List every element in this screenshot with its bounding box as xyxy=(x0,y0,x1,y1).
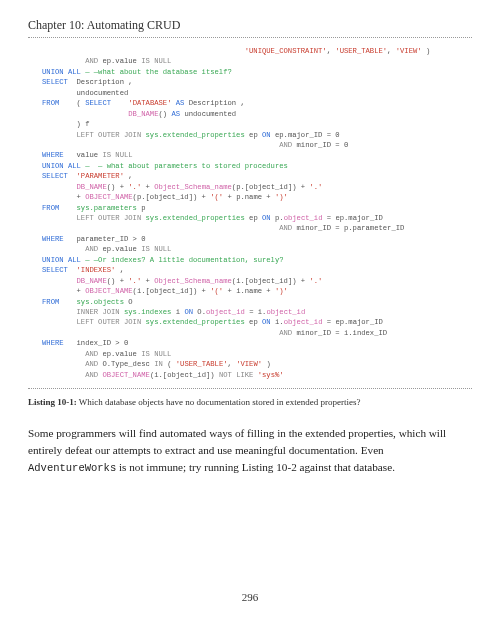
code-text xyxy=(42,214,77,222)
code-text: + i.name + xyxy=(223,287,275,295)
code-text: '.' xyxy=(309,277,322,285)
code-text: () + xyxy=(107,277,129,285)
code-text: minor_ID = i.index_ID xyxy=(292,329,387,337)
code-text: object_id xyxy=(284,318,323,326)
code-text: ) xyxy=(262,360,271,368)
code-text: SELECT xyxy=(85,99,111,107)
code-text: AS xyxy=(171,110,180,118)
code-text: (i.[object_id]) xyxy=(150,371,219,379)
code-text xyxy=(111,99,128,107)
code-text: sys.objects xyxy=(77,298,124,306)
code-text: minor_ID = 0 xyxy=(292,141,348,149)
code-text xyxy=(42,371,85,379)
code-block: 'UNIQUE_CONSTRAINT', 'USER_TABLE', 'VIEW… xyxy=(42,46,472,380)
code-text: (i.[object_id]) + xyxy=(232,277,310,285)
code-text: OBJECT_NAME xyxy=(102,371,149,379)
body-text: Some programmers will find automated way… xyxy=(28,427,446,456)
chapter-title: Chapter 10: Automating CRUD xyxy=(28,18,472,33)
code-text: INNER JOIN xyxy=(77,308,120,316)
code-text xyxy=(42,183,77,191)
code-text: () xyxy=(158,110,171,118)
code-text: minor_ID = p.parameter_ID xyxy=(292,224,404,232)
code-text xyxy=(42,318,77,326)
code-text: ( xyxy=(163,360,176,368)
code-text: ')' xyxy=(275,193,288,201)
code-text: ) xyxy=(422,47,431,55)
code-text: 'VIEW' xyxy=(396,47,422,55)
code-text: value xyxy=(64,151,103,159)
code-text: '.' xyxy=(128,277,141,285)
page-number: 296 xyxy=(0,591,500,603)
code-text: = i. xyxy=(245,308,267,316)
code-text: ep.value xyxy=(98,57,141,65)
code-text: FROM xyxy=(42,99,59,107)
caption-text: Which database objects have no documenta… xyxy=(77,397,361,407)
code-text: AND xyxy=(85,371,98,379)
code-text: + xyxy=(42,287,85,295)
code-text: ep.value xyxy=(98,350,141,358)
code-text: sys.extended_properties xyxy=(146,318,245,326)
code-text xyxy=(59,298,76,306)
dotted-rule xyxy=(28,37,472,38)
code-text: = ep.major_ID xyxy=(322,318,382,326)
code-text: OBJECT_NAME xyxy=(85,287,132,295)
code-text: object_id xyxy=(266,308,305,316)
code-text: '(' xyxy=(210,193,223,201)
code-text: IS NULL xyxy=(141,245,171,253)
code-text: ) f xyxy=(42,120,89,128)
listing-caption: Listing 10-1: Which database objects hav… xyxy=(28,397,472,407)
code-text xyxy=(42,360,85,368)
code-text: 'DATABASE' xyxy=(128,99,171,107)
code-text: O xyxy=(124,298,133,306)
code-text: , xyxy=(228,360,237,368)
code-text: (i.[object_id]) + xyxy=(133,287,211,295)
code-text: O. xyxy=(193,308,206,316)
code-text: '(' xyxy=(210,287,223,295)
code-text: UNION ALL xyxy=(42,68,81,76)
code-text: DB_NAME xyxy=(128,110,158,118)
code-comment: — — what about parameters to stored proc… xyxy=(81,162,288,170)
dotted-rule xyxy=(28,388,472,389)
code-text: + xyxy=(141,183,154,191)
code-text: 'PARAMETER' xyxy=(77,172,124,180)
code-text: AND xyxy=(279,224,292,232)
code-text: sys.extended_properties xyxy=(146,214,245,222)
code-text xyxy=(42,277,77,285)
code-text: SELECT xyxy=(42,172,68,180)
code-text: '.' xyxy=(309,183,322,191)
code-text: sys.parameters xyxy=(77,204,137,212)
code-text: UNION ALL xyxy=(42,256,81,264)
code-text: DB_NAME xyxy=(77,277,107,285)
code-text: 'USER_TABLE' xyxy=(176,360,228,368)
code-text: FROM xyxy=(42,298,59,306)
code-text: AND xyxy=(85,245,98,253)
code-text: O.Type_desc xyxy=(98,360,154,368)
code-text: ON xyxy=(262,131,271,139)
code-text: OBJECT_NAME xyxy=(85,193,132,201)
code-text: undocumented xyxy=(42,89,128,97)
code-text: p. xyxy=(271,214,284,222)
code-text: ON xyxy=(262,318,271,326)
code-text: AND xyxy=(279,141,292,149)
body-paragraph: Some programmers will find automated way… xyxy=(28,425,472,476)
code-text xyxy=(42,47,245,55)
code-text: index_ID > 0 xyxy=(64,339,129,347)
code-text: 'UNIQUE_CONSTRAINT' xyxy=(245,47,327,55)
code-text xyxy=(68,172,77,180)
code-text: + xyxy=(141,277,154,285)
code-text: 'USER_TABLE' xyxy=(335,47,387,55)
code-text: 'VIEW' xyxy=(236,360,262,368)
code-text xyxy=(42,57,85,65)
code-text: = ep.major_ID xyxy=(322,214,382,222)
code-text: ep xyxy=(245,214,262,222)
code-text: WHERE xyxy=(42,339,64,347)
code-text xyxy=(68,266,77,274)
code-text xyxy=(42,308,77,316)
code-text: ep.value xyxy=(98,245,141,253)
code-text: ( xyxy=(59,99,85,107)
code-text: IS NULL xyxy=(102,151,132,159)
code-text: AND xyxy=(85,360,98,368)
code-comment: — —what about the database itself? xyxy=(81,68,232,76)
code-text: 'INDEXES' xyxy=(77,266,116,274)
code-text: i xyxy=(171,308,184,316)
